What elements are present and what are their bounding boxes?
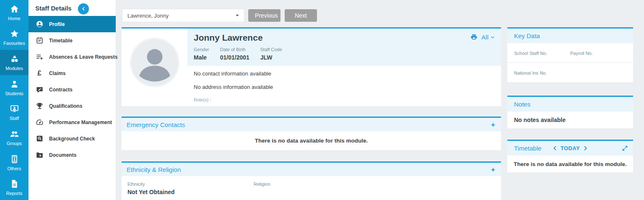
rail-item-home[interactable]: Home <box>0 0 29 25</box>
profile-key-fields: Gender Male Date of Birth 01/01/2001 Sta… <box>194 47 501 61</box>
no-data-text: There is no data available for this modu… <box>255 138 368 144</box>
groups-people-icon <box>10 129 19 139</box>
print-scope-dropdown[interactable]: All <box>481 34 495 41</box>
person-circle-icon <box>35 20 44 29</box>
sidebar-item-label: Absences & Leave Requests <box>49 54 117 60</box>
address-empty-text: No address information available <box>194 84 273 90</box>
rail-item-label: Modules <box>5 66 23 71</box>
sidebar-item-label: Timetable <box>49 38 73 44</box>
field-value: JLW <box>260 54 273 61</box>
chevron-left-icon[interactable] <box>552 145 558 151</box>
rail-item-label: Staff <box>10 116 19 121</box>
no-notes-text: No notes available <box>514 117 566 123</box>
staff-selector-value: Lawrence, Jonny <box>127 13 236 19</box>
sidebar-item-label: Profile <box>49 21 65 27</box>
id-badge-icon <box>10 154 19 164</box>
section-title: Notes <box>514 101 530 108</box>
notes-header: Notes <box>507 97 633 112</box>
print-controls: All <box>470 34 495 41</box>
sidebar-item-label: Documents <box>49 152 76 158</box>
rail-item-label: Students <box>5 91 23 96</box>
sidebar-collapse-button[interactable] <box>78 3 89 14</box>
sidebar-item-absences-leave-requests[interactable]: Absences & Leave Requests <box>29 49 116 65</box>
timetable-expand-button[interactable] <box>622 145 628 151</box>
previous-staff-button[interactable]: Previous <box>248 9 280 22</box>
sidebar-item-label: Background Check <box>49 136 95 142</box>
expand-icon <box>622 145 628 151</box>
sidebar-item-contracts[interactable]: Contracts <box>29 81 116 98</box>
trophy-icon <box>35 102 44 110</box>
section-title: Key Data <box>514 32 540 39</box>
staff-selector-dropdown[interactable]: Lawrence, Jonny <box>122 9 244 22</box>
key-data-row: National Ins No. <box>507 63 633 82</box>
sidebar-item-label: Contracts <box>49 87 73 93</box>
signature-pen-icon <box>35 86 44 94</box>
field-label: Date of Birth <box>220 47 249 52</box>
ethnicity-religion-body: Ethnicity Not Yet Obtained Religion <box>122 176 501 200</box>
list-add-icon <box>35 53 44 61</box>
student-person-icon <box>10 79 19 89</box>
rail-item-staff[interactable]: Staff <box>0 100 29 125</box>
ethnicity-religion-header: Ethnicity & Religion + <box>122 163 501 176</box>
field-value: Male <box>194 54 207 61</box>
field-label: National Ins No. <box>514 70 547 75</box>
field-label: Gender <box>194 47 209 52</box>
field-ethnicity: Ethnicity Not Yet Obtained <box>127 182 175 196</box>
field-religion: Religion <box>254 182 270 188</box>
ethnicity-religion-card: Ethnicity & Religion + Ethnicity Not Yet… <box>122 161 501 200</box>
timetable-body: There is no data available for this modu… <box>507 156 633 172</box>
sidebar-item-background-check[interactable]: Background Check <box>29 130 116 147</box>
timetable-header: Timetable TODAY <box>507 141 633 156</box>
chevron-right-icon[interactable] <box>583 145 588 151</box>
sidebar-item-label: Performance Management <box>49 119 112 125</box>
rail-item-favourites[interactable]: Favourites <box>0 25 29 50</box>
star-icon <box>10 29 19 39</box>
notes-card: Notes No notes available <box>507 96 633 128</box>
home-icon <box>10 4 19 14</box>
today-button[interactable]: TODAY <box>561 145 580 151</box>
add-ethnicity-religion-button[interactable]: + <box>491 166 495 173</box>
staff-avatar <box>130 38 179 87</box>
next-staff-button[interactable]: Next <box>285 9 317 22</box>
field-value: Not Yet Obtained <box>127 189 175 195</box>
sidebar-item-performance-management[interactable]: Performance Management <box>29 114 116 130</box>
field-label: Payroll No. <box>570 51 593 56</box>
sidebar-item-documents[interactable]: Documents <box>29 147 116 163</box>
rail-item-students[interactable]: Students <box>0 75 29 100</box>
sidebar-item-qualifications[interactable]: Qualifications <box>29 98 116 114</box>
emergency-contacts-card: Emergency Contacts + There is no data av… <box>122 117 501 150</box>
rail-item-label: Others <box>7 166 21 171</box>
printer-icon[interactable] <box>470 34 478 41</box>
print-scope-value: All <box>481 34 488 41</box>
rail-item-modules[interactable]: Modules <box>0 50 29 75</box>
staff-details-sidebar: Staff Details Profile Timetable Absences… <box>29 0 116 200</box>
sidebar-title: Staff Details <box>29 0 116 16</box>
timetable-card: Timetable TODAY There is no data availab… <box>507 140 633 172</box>
add-emergency-contact-button[interactable]: + <box>491 121 495 128</box>
sidebar-item-claims[interactable]: £ Claims <box>29 65 116 81</box>
field-gender: Gender Male <box>194 47 209 61</box>
sidebar-item-profile[interactable]: Profile <box>29 16 116 32</box>
field-value: 01/01/2001 <box>220 54 249 61</box>
staff-board-icon <box>10 104 19 114</box>
rail-item-others[interactable]: Others <box>0 150 29 175</box>
rail-item-label: Home <box>8 16 20 21</box>
key-data-header: Key Data <box>507 29 633 43</box>
profile-summary-card: Jonny Lawrence Gender Male Date of Birth… <box>122 27 501 106</box>
field-date-of-birth: Date of Birth 01/01/2001 <box>220 47 249 61</box>
field-label: Staff Code <box>260 47 282 52</box>
rail-item-label: Favourites <box>3 41 25 46</box>
sidebar-item-label: Qualifications <box>49 103 82 109</box>
field-national-ins-no: National Ins No. <box>514 69 570 76</box>
chevron-left-icon <box>80 6 86 12</box>
sidebar-item-timetable[interactable]: Timetable <box>29 32 116 49</box>
emergency-contacts-body: There is no data available for this modu… <box>122 131 501 150</box>
rail-item-groups[interactable]: Groups <box>0 125 29 150</box>
field-label: Ethnicity <box>127 182 175 187</box>
rail-item-reports[interactable]: Reports <box>0 175 29 200</box>
report-document-icon <box>10 179 19 189</box>
field-label: Religion <box>254 182 270 187</box>
speedometer-icon <box>35 118 44 127</box>
person-silhouette-icon <box>131 39 178 86</box>
contact-empty-text: No contact information available <box>194 70 273 77</box>
